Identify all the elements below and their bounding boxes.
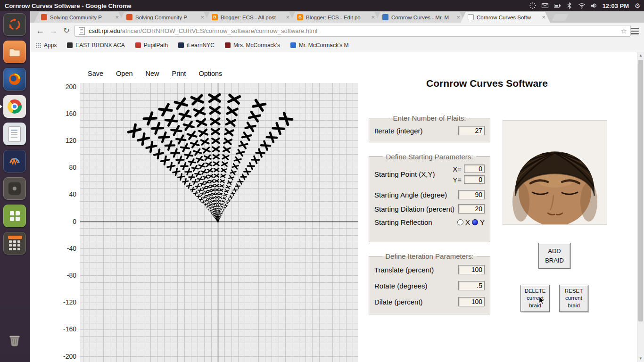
y-tick: 0 (54, 218, 76, 225)
battery-icon[interactable] (553, 2, 561, 9)
bookmark-apps[interactable]: Apps (36, 42, 57, 49)
apps-grid-icon (36, 43, 41, 48)
tab-close-icon[interactable]: × (456, 14, 460, 20)
bookmark-star-icon[interactable]: ☆ (621, 27, 627, 35)
screen: Cornrow Curves Software - Google Chrome (0, 0, 644, 362)
libreoffice-icon[interactable] (3, 123, 26, 145)
reload-button[interactable]: ↻ (60, 25, 73, 37)
reset-braid-label: braid (568, 302, 580, 310)
mail-icon[interactable] (541, 2, 549, 9)
tab-cornrow-curves-software-active[interactable]: Cornrow Curves Softw × (461, 12, 550, 23)
chrome-icon[interactable] (3, 95, 26, 118)
tab-close-icon[interactable]: × (200, 14, 204, 20)
bookmark-east-bronx[interactable]: EAST BRONX ACA (67, 42, 124, 49)
tab-strip: Solving Community P × Solving Community … (30, 11, 644, 23)
bookmarks-bar: Apps EAST BRONX ACA PupilPath iLearnNYC … (30, 40, 644, 51)
forward-button[interactable]: → (47, 25, 59, 37)
unity-launcher (0, 11, 30, 362)
tab-blogger-edit-post[interactable]: B Blogger: ECS - Edit po × (290, 12, 380, 23)
window-title: Cornrow Curves Software - Google Chrome (5, 2, 132, 9)
audacity-icon[interactable] (3, 150, 26, 173)
delete-braid-label: DELETE (525, 288, 546, 295)
bookmark-label: Apps (44, 42, 57, 49)
menu-options[interactable]: Options (198, 70, 222, 77)
menu-open[interactable]: Open (116, 70, 132, 77)
volume-icon[interactable] (590, 2, 598, 9)
start-y-input[interactable] (464, 175, 485, 184)
translate-input[interactable] (458, 265, 485, 274)
tab-label: Blogger: ECS - Edit po (306, 15, 369, 20)
iterate-input[interactable] (458, 126, 485, 135)
dilate-label: Dilate (percent) (374, 298, 423, 306)
tab-label: Solving Community P (135, 15, 198, 20)
firefox-icon[interactable] (3, 68, 26, 90)
wifi-icon[interactable] (578, 2, 586, 9)
running-indicator (0, 105, 2, 108)
braid-graph (80, 83, 358, 362)
ubuntu-top-panel: Cornrow Curves Software - Google Chrome (0, 0, 644, 11)
tab-cornrow-curves-blog[interactable]: Cornrow Curves - Mr. M × (375, 12, 465, 23)
reset-braid-button[interactable]: RESET current braid (559, 285, 588, 312)
tab-favicon (382, 14, 388, 20)
menu-save[interactable]: Save (88, 70, 103, 77)
scrollbar-thumb[interactable] (638, 60, 643, 321)
bookmark-mrs-mccormack[interactable]: Mrs. McCormack's (225, 42, 280, 49)
reflection-y-label: Y (480, 218, 485, 226)
starting-dilation-input[interactable] (458, 204, 485, 214)
page-icon (79, 27, 85, 35)
mouse-cursor (538, 296, 545, 306)
bookmark-favicon (67, 42, 73, 48)
y-tick: -40 (54, 245, 76, 252)
reflection-y-radio[interactable] (472, 219, 478, 225)
tab-close-icon[interactable]: × (542, 14, 545, 20)
tab-close-icon[interactable]: × (286, 14, 289, 20)
page-scrollbar[interactable]: ▲ ▼ (637, 52, 644, 362)
terminal-app-icon[interactable] (3, 177, 26, 200)
starting-angle-input[interactable] (458, 190, 485, 199)
add-braid-button[interactable]: ADD BRAID (538, 243, 570, 269)
starting-legend: Define Starting Parameters: (383, 153, 476, 161)
iterate-label: Iterate (integer) (374, 127, 423, 135)
address-bar[interactable]: csdt.rpi.edu/african/CORNROW_CURVES/corn… (74, 25, 631, 37)
reflection-x-radio[interactable] (457, 219, 463, 225)
scroll-down-button[interactable]: ▼ (637, 355, 644, 362)
ubuntu-dash-button[interactable] (3, 13, 26, 36)
tab-blogger-all-posts[interactable]: B Blogger: ECS - All post × (205, 12, 294, 23)
tab-favicon (468, 14, 474, 20)
y-tick: 200 (54, 83, 76, 90)
bookmark-mr-mccormack[interactable]: Mr. McCormack's M (290, 42, 349, 49)
menu-new[interactable]: New (146, 70, 159, 77)
clock[interactable]: 12:03 PM (603, 2, 629, 9)
starting-reflection-label: Starting Reflection (374, 218, 432, 226)
x-label: X= (453, 165, 462, 173)
back-button[interactable]: ← (34, 25, 46, 37)
calculator-icon[interactable] (3, 232, 26, 255)
new-tab-button[interactable] (552, 14, 568, 21)
menu-print[interactable]: Print (172, 70, 186, 77)
y-tick: -200 (54, 353, 76, 360)
tab-favicon: B (212, 14, 218, 20)
bluetooth-icon[interactable] (566, 2, 573, 9)
start-x-input[interactable] (464, 165, 485, 173)
tab-close-icon[interactable]: × (371, 14, 375, 20)
tab-label: Cornrow Curves - Mr. M (391, 15, 454, 20)
starting-dilation-label: Starting Dilation (percent) (374, 205, 454, 213)
tab-solving-community-2[interactable]: Solving Community P × (119, 12, 209, 23)
trash-icon[interactable] (3, 329, 26, 352)
bookmark-label: Mrs. McCormack's (233, 42, 280, 49)
tab-close-icon[interactable]: × (115, 14, 119, 20)
url-host: csdt.rpi.edu (89, 27, 120, 34)
y-tick: -120 (54, 298, 76, 306)
rotate-input[interactable] (458, 281, 485, 290)
chrome-menu-icon[interactable] (631, 28, 639, 34)
scroll-up-button[interactable]: ▲ (637, 52, 644, 59)
software-center-icon[interactable] (3, 205, 26, 227)
bookmark-pupilpath[interactable]: PupilPath (135, 42, 168, 49)
tab-solving-community-1[interactable]: Solving Community P × (34, 12, 124, 23)
braid-canvas[interactable] (80, 83, 358, 362)
notifications-icon[interactable] (529, 2, 537, 9)
files-icon[interactable] (3, 41, 26, 63)
bookmark-ilearnnyc[interactable]: iLearnNYC (178, 42, 215, 49)
session-gear-icon[interactable]: ⚙ (634, 2, 641, 9)
dilate-input[interactable] (458, 297, 485, 306)
